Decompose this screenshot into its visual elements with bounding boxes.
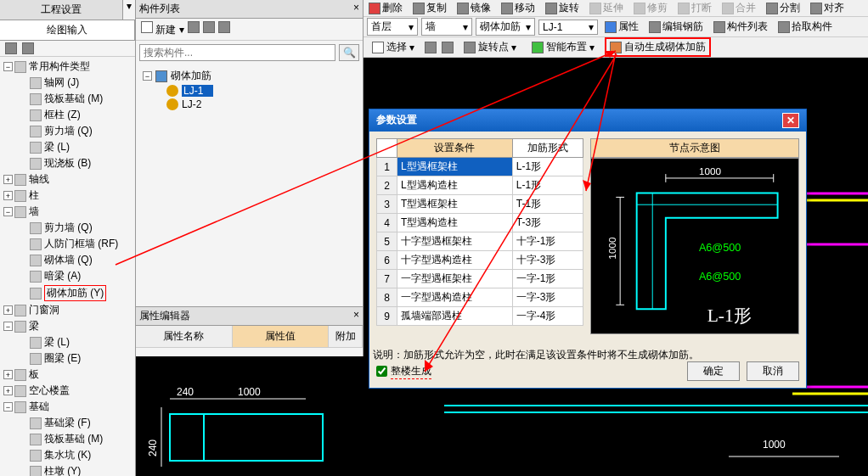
gear-icon xyxy=(166,98,178,110)
table-row[interactable]: 6十字型遇构造柱十字-3形 xyxy=(377,251,583,270)
smart-icon xyxy=(532,42,544,53)
tree-item[interactable]: 人防门框墙 (RF) xyxy=(0,236,135,252)
tree-item[interactable]: +柱 xyxy=(0,188,135,204)
tree-item[interactable]: 基础梁 (F) xyxy=(0,415,135,431)
cursor-icon xyxy=(372,42,384,53)
trim-button[interactable]: 修剪 xyxy=(628,0,673,17)
table-row[interactable]: 9孤墙端部遇柱一字-4形 xyxy=(377,307,583,326)
tree-item[interactable]: 现浇板 (B) xyxy=(0,155,135,171)
tree-item[interactable]: 砌体墙 (Q) xyxy=(0,252,135,268)
smart-layout-button[interactable]: 智能布置▾ xyxy=(527,38,600,56)
condition-table[interactable]: 设置条件加筋形式 1L型遇框架柱L-1形2L型遇构造柱L-1形3T型遇框架柱T-… xyxy=(376,138,583,326)
tree-item[interactable]: +轴线 xyxy=(0,171,135,188)
move-button[interactable]: 移动 xyxy=(496,0,540,17)
type-select[interactable]: 砌体加筋▾ xyxy=(476,18,535,36)
mirror-button[interactable]: 镜像 xyxy=(452,0,496,17)
table-row[interactable]: 5十字型遇框架柱十字-1形 xyxy=(377,232,583,251)
tree-item[interactable]: 柱墩 (Y) xyxy=(0,463,135,476)
col-extra: 附加 xyxy=(329,326,363,347)
tree-item[interactable]: −梁 xyxy=(0,318,135,334)
table-row[interactable]: 4T型遇构造柱T-3形 xyxy=(377,214,583,232)
table-row[interactable]: 7一字型遇框架柱一字-1形 xyxy=(377,270,583,288)
col-condition: 设置条件 xyxy=(397,139,513,158)
tree-item[interactable]: 砌体加筋 (Y) xyxy=(0,284,135,302)
node-diagram: 1000 1000 A6@500 A6@500 L-1形 xyxy=(590,158,799,334)
auto-icon xyxy=(610,42,622,53)
tree-item[interactable]: +板 xyxy=(0,367,135,383)
table-row[interactable]: 2L型遇构造柱L-1形 xyxy=(377,176,583,195)
close-icon[interactable]: × xyxy=(353,2,359,16)
table-row[interactable]: 1L型遇框架柱L-1形 xyxy=(377,158,583,176)
select-button[interactable]: 选择▾ xyxy=(367,38,420,56)
close-button[interactable]: ✕ xyxy=(782,113,799,128)
tool-icon[interactable] xyxy=(188,21,200,33)
tree-item[interactable]: 梁 (L) xyxy=(0,334,135,350)
component-tree[interactable]: −常用构件类型轴网 (J)筏板基础 (M)框柱 (Z)剪力墙 (Q)梁 (L)现… xyxy=(0,57,135,476)
tool-icon[interactable] xyxy=(218,21,230,33)
tree-item[interactable]: 集水坑 (K) xyxy=(0,447,135,463)
ok-button[interactable]: 确定 xyxy=(687,361,740,381)
align-button[interactable]: 对齐 xyxy=(805,0,849,17)
table-row[interactable]: 8一字型遇构造柱一字-3形 xyxy=(377,288,583,307)
list-button[interactable]: 构件列表 xyxy=(710,18,771,36)
tree-item[interactable]: −墙 xyxy=(0,204,135,220)
tool-icon[interactable] xyxy=(442,42,454,53)
auto-generate-button[interactable]: 自动生成砌体加筋 xyxy=(605,37,711,57)
search-input[interactable] xyxy=(139,44,335,61)
item-icon xyxy=(30,450,42,462)
rotate-button[interactable]: 旋转 xyxy=(540,0,584,17)
attr-button[interactable]: 属性 xyxy=(601,18,642,36)
tree-item[interactable]: 轴网 (J) xyxy=(0,75,135,91)
attr-title: 属性编辑器 xyxy=(139,309,190,323)
table-row[interactable]: 3T型遇框架柱T-1形 xyxy=(377,195,583,214)
collapse-icon[interactable] xyxy=(22,42,34,54)
tree-item[interactable]: 框柱 (Z) xyxy=(0,107,135,123)
tool-icon[interactable] xyxy=(203,21,215,33)
pick-button[interactable]: 拾取构件 xyxy=(775,18,836,36)
preview-canvas[interactable]: 240 1000 240 xyxy=(136,356,364,476)
chevron-down-icon: ▾ xyxy=(463,21,468,33)
close-icon[interactable]: × xyxy=(353,309,359,323)
tree-item[interactable]: 剪力墙 (Q) xyxy=(0,123,135,139)
break-button[interactable]: 打断 xyxy=(673,0,717,17)
tool-icon[interactable] xyxy=(425,42,437,53)
split-button[interactable]: 分割 xyxy=(761,0,805,17)
tab-draw[interactable]: 绘图输入 xyxy=(0,20,135,40)
tree-item[interactable]: −常用构件类型 xyxy=(0,59,135,75)
folder-icon xyxy=(155,70,167,82)
tree-item[interactable]: +空心楼盖 xyxy=(0,383,135,399)
tree-item[interactable]: 剪力墙 (Q) xyxy=(0,220,135,236)
tree-item[interactable]: 暗梁 (A) xyxy=(0,268,135,284)
floor-select[interactable]: 首层▾ xyxy=(367,18,418,36)
svg-text:240: 240 xyxy=(147,440,159,456)
merge-button[interactable]: 合并 xyxy=(717,0,761,17)
extend-button[interactable]: 延伸 xyxy=(584,0,628,17)
cancel-button[interactable]: 取消 xyxy=(747,361,799,381)
rotate-point-button[interactable]: 旋转点▾ xyxy=(459,38,521,56)
item-icon xyxy=(30,109,42,121)
mid-tree[interactable]: −砌体加筋 LJ-1 LJ-2 xyxy=(136,64,363,115)
edit-rebar-button[interactable]: 编辑钢筋 xyxy=(645,18,707,36)
tree-item[interactable]: +门窗洞 xyxy=(0,302,135,318)
expand-icon[interactable] xyxy=(5,42,17,54)
item-icon xyxy=(30,158,42,170)
dialog-titlebar[interactable]: 参数设置 ✕ xyxy=(369,109,806,132)
checkbox-input[interactable] xyxy=(376,366,387,377)
pin-icon[interactable]: ▾ xyxy=(123,0,135,20)
tree-item[interactable]: −基础 xyxy=(0,399,135,415)
copy-button[interactable]: 复制 xyxy=(408,0,452,17)
delete-button[interactable]: 删除 xyxy=(364,0,408,17)
search-button[interactable]: 🔍 xyxy=(339,44,359,61)
tree-item[interactable]: 梁 (L) xyxy=(0,139,135,155)
tree-item[interactable]: 筏板基础 (M) xyxy=(0,91,135,107)
list-item[interactable]: LJ-1 xyxy=(143,84,356,98)
category-select[interactable]: 墙▾ xyxy=(421,18,472,36)
tab-project[interactable]: 工程设置 xyxy=(0,0,123,20)
tree-item[interactable]: 圈梁 (E) xyxy=(0,350,135,367)
name-select[interactable]: LJ-1▾ xyxy=(538,20,598,35)
whole-building-checkbox[interactable]: 整楼生成 xyxy=(376,364,431,379)
new-button[interactable]: 新建 ▾ xyxy=(141,21,184,37)
tree-item[interactable]: 筏板基础 (M) xyxy=(0,431,135,447)
list-item[interactable]: LJ-2 xyxy=(143,98,356,111)
split-icon xyxy=(766,3,778,14)
